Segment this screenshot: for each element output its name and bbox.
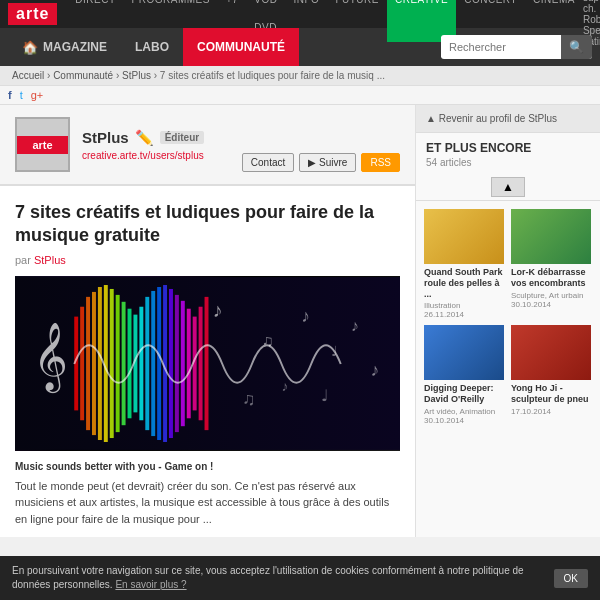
- article-byline: par StPlus: [15, 254, 400, 266]
- sidebar-back-link[interactable]: ▲ Revenir au profil de StPlus: [416, 105, 600, 133]
- sidebar-section-title: ET PLUS ENCORE: [416, 133, 600, 157]
- svg-rect-13: [145, 297, 149, 430]
- svg-text:𝄞: 𝄞: [33, 322, 68, 394]
- svg-text:♩: ♩: [331, 343, 338, 359]
- breadcrumb-communaute[interactable]: Communauté: [53, 70, 113, 81]
- nav-labo[interactable]: LABO: [121, 28, 183, 66]
- facebook-icon[interactable]: f: [8, 89, 12, 101]
- svg-rect-19: [181, 301, 185, 426]
- top-navigation: arte DIRECT PROGRAMMES +7 VOD DVD INFO F…: [0, 0, 600, 28]
- breadcrumb-current: 7 sites créatifs et ludiques pour faire …: [160, 70, 385, 81]
- arte-logo-small: arte: [17, 136, 68, 154]
- sidebar-article-img-1: [424, 209, 504, 264]
- editor-badge: Éditeur: [160, 131, 204, 144]
- breadcrumb-accueil[interactable]: Accueil: [12, 70, 44, 81]
- svg-text:♪: ♪: [370, 360, 379, 380]
- profile-header: arte StPlus ✏️ Éditeur creative.arte.tv/…: [0, 105, 415, 186]
- rss-button[interactable]: RSS: [361, 153, 400, 172]
- svg-text:♩: ♩: [321, 386, 329, 403]
- social-bar: f t g+: [0, 86, 600, 105]
- sidebar-article-img-4: [511, 325, 591, 380]
- svg-rect-7: [110, 289, 114, 438]
- hero-image: 𝄞 ♪ ♫ ♪ ♩ ♪ ♫ ♪ ♩ ♪: [15, 276, 400, 451]
- sidebar-article-title-4: Yong Ho Ji - sculpteur de pneu: [511, 383, 592, 405]
- gplus-icon[interactable]: g+: [31, 89, 44, 101]
- left-column: arte StPlus ✏️ Éditeur creative.arte.tv/…: [0, 105, 415, 537]
- search-input[interactable]: [441, 37, 561, 57]
- svg-text:♪: ♪: [212, 298, 222, 320]
- nav-magazine[interactable]: 🏠 MAGAZINE: [8, 28, 121, 66]
- svg-rect-14: [151, 291, 155, 436]
- profile-name: StPlus ✏️ Éditeur: [82, 129, 400, 147]
- profile-actions: Contact ▶ Suivre RSS: [242, 153, 400, 172]
- svg-rect-18: [175, 295, 179, 432]
- svg-text:♪: ♪: [301, 305, 310, 325]
- article-caption: Music sounds better with you - Game on !: [15, 461, 400, 472]
- sidebar-nav: ▲: [416, 174, 600, 201]
- svg-text:♪: ♪: [351, 317, 359, 334]
- sidebar-article-meta-1: Illustration 26.11.2014: [424, 301, 505, 319]
- sidebar-article-meta-3: Art vidéo, Animation 30.10.2014: [424, 407, 505, 425]
- svg-rect-10: [128, 308, 132, 418]
- home-icon: 🏠: [22, 40, 38, 55]
- nav-communaute[interactable]: COMMUNAUTÉ: [183, 28, 299, 66]
- nav-future[interactable]: FUTURE: [327, 0, 387, 42]
- svg-rect-8: [116, 295, 120, 432]
- arte-logo[interactable]: arte: [8, 3, 57, 25]
- role-icon: ✏️: [135, 129, 154, 147]
- sidebar-article-meta-4: 17.10.2014: [511, 407, 592, 416]
- article-title: 7 sites créatifs et ludiques pour faire …: [15, 201, 400, 248]
- search-area: 🔍: [441, 35, 592, 59]
- sidebar-articles: Quand South Park roule des pelles à ... …: [416, 201, 600, 433]
- right-column: ▲ Revenir au profil de StPlus ET PLUS EN…: [415, 105, 600, 537]
- svg-rect-4: [92, 292, 96, 435]
- twitter-icon[interactable]: t: [20, 89, 23, 101]
- sidebar-article-2[interactable]: Lor-K débarrasse vos encombrants Sculptu…: [511, 209, 592, 319]
- article-author-link[interactable]: StPlus: [34, 254, 66, 266]
- svg-rect-9: [122, 302, 126, 425]
- article-text: Tout le monde peut (et devrait) créer du…: [15, 478, 400, 528]
- svg-text:♪: ♪: [282, 377, 289, 393]
- svg-rect-12: [139, 307, 143, 421]
- svg-rect-20: [187, 308, 191, 418]
- sidebar-article-img-2: [511, 209, 591, 264]
- sidebar-nav-up[interactable]: ▲: [491, 177, 525, 197]
- avatar: arte: [15, 117, 70, 172]
- sidebar-article-title-3: Digging Deeper: David O'Reilly: [424, 383, 505, 405]
- suivre-button[interactable]: ▶ Suivre: [299, 153, 356, 172]
- svg-text:♫: ♫: [242, 389, 255, 409]
- svg-text:♫: ♫: [262, 332, 274, 349]
- svg-rect-15: [157, 287, 161, 440]
- svg-rect-22: [199, 307, 203, 421]
- sidebar-article-meta-2: Sculpture, Art urbain 30.10.2014: [511, 291, 592, 309]
- svg-rect-17: [169, 289, 173, 438]
- breadcrumb-stplus[interactable]: StPlus: [122, 70, 151, 81]
- svg-rect-5: [98, 287, 102, 440]
- article-area: 7 sites créatifs et ludiques pour faire …: [0, 186, 415, 537]
- sidebar-article-count: 54 articles: [416, 157, 600, 174]
- sidebar-article-1[interactable]: Quand South Park roule des pelles à ... …: [424, 209, 505, 319]
- sidebar-article-4[interactable]: Yong Ho Ji - sculpteur de pneu 17.10.201…: [511, 325, 592, 425]
- svg-rect-2: [80, 307, 84, 421]
- username: StPlus: [82, 129, 129, 146]
- search-button[interactable]: 🔍: [561, 35, 592, 59]
- sidebar-article-title-1: Quand South Park roule des pelles à ...: [424, 267, 505, 299]
- sidebar-article-img-3: [424, 325, 504, 380]
- breadcrumb: Accueil › Communauté › StPlus › 7 sites …: [0, 66, 600, 86]
- sidebar-article-title-2: Lor-K débarrasse vos encombrants: [511, 267, 592, 289]
- contact-button[interactable]: Contact: [242, 153, 294, 172]
- svg-rect-3: [86, 297, 90, 430]
- main-content: arte StPlus ✏️ Éditeur creative.arte.tv/…: [0, 105, 600, 537]
- sidebar-article-3[interactable]: Digging Deeper: David O'Reilly Art vidéo…: [424, 325, 505, 425]
- svg-rect-23: [205, 297, 209, 430]
